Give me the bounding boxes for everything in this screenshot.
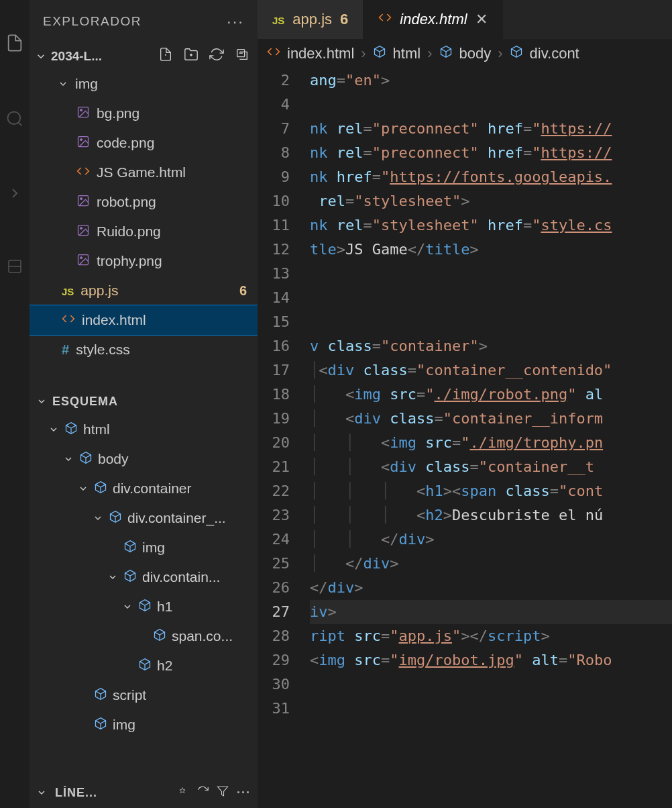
outline-item[interactable]: h2 bbox=[30, 651, 258, 680]
code-line[interactable]: <img src="img/robot.jpg" alt="Robo bbox=[310, 648, 672, 672]
refresh-icon[interactable] bbox=[209, 47, 224, 65]
outline-header[interactable]: ESQUEMA bbox=[30, 388, 258, 415]
file-item[interactable]: trophy.png bbox=[30, 246, 258, 276]
line-number[interactable]: 22 bbox=[258, 479, 310, 503]
code-line[interactable]: │ <div class="container__inform bbox=[310, 407, 672, 431]
code-line[interactable]: │ <img src="./img/robot.png" al bbox=[310, 383, 672, 407]
timeline-header[interactable]: LÍNE... ··· bbox=[30, 777, 258, 808]
outline-item[interactable]: script bbox=[30, 680, 258, 710]
line-number[interactable]: 13 bbox=[258, 262, 310, 286]
line-number[interactable]: 11 bbox=[258, 213, 310, 238]
line-number[interactable]: 24 bbox=[258, 527, 310, 552]
code-line[interactable] bbox=[310, 672, 672, 697]
code-line[interactable]: </div> bbox=[310, 576, 672, 600]
code-line[interactable] bbox=[310, 262, 672, 286]
line-number[interactable]: 25 bbox=[258, 552, 310, 576]
file-item[interactable]: JS Game.html bbox=[30, 158, 258, 187]
line-number[interactable]: 14 bbox=[258, 286, 310, 310]
line-number[interactable]: 12 bbox=[258, 238, 310, 262]
code-line[interactable]: ript src="app.js"></script> bbox=[310, 624, 672, 648]
file-item[interactable]: Ruido.png bbox=[30, 217, 258, 246]
line-number[interactable]: 30 bbox=[258, 672, 310, 697]
code-line[interactable]: nk rel="preconnect" href="https:// bbox=[310, 117, 672, 141]
file-item[interactable]: index.html bbox=[30, 305, 258, 335]
breadcrumb[interactable]: index.html›html›body›div.cont bbox=[258, 39, 672, 68]
outline-item[interactable]: img bbox=[30, 533, 258, 562]
line-number[interactable]: 21 bbox=[258, 455, 310, 479]
editor-tab[interactable]: index.html✕ bbox=[363, 0, 502, 39]
chevron-right-icon[interactable] bbox=[7, 185, 23, 205]
line-number[interactable]: 20 bbox=[258, 431, 310, 455]
outline-item[interactable]: div.contain... bbox=[30, 562, 258, 592]
code-line[interactable]: nk href="https://fonts.googleapis. bbox=[310, 165, 672, 189]
code-line[interactable]: │<div class="container__contenido" bbox=[310, 358, 672, 383]
code-line[interactable]: │ │ │ <h1><span class="cont bbox=[310, 479, 672, 503]
line-number[interactable]: 17 bbox=[258, 358, 310, 383]
code-line[interactable]: ang="en"> bbox=[310, 68, 672, 93]
breadcrumb-label[interactable]: index.html bbox=[287, 45, 354, 62]
filter-icon[interactable] bbox=[217, 785, 229, 801]
file-item[interactable]: #style.css bbox=[30, 335, 258, 364]
breadcrumb-label[interactable]: div.cont bbox=[530, 45, 579, 62]
new-folder-icon[interactable] bbox=[184, 47, 199, 65]
code-line[interactable]: tle>JS Game</title> bbox=[310, 238, 672, 262]
line-number[interactable]: 26 bbox=[258, 576, 310, 600]
line-number[interactable]: 7 bbox=[258, 117, 310, 141]
line-number[interactable]: 23 bbox=[258, 503, 310, 527]
line-number[interactable]: 15 bbox=[258, 310, 310, 334]
line-number[interactable]: 8 bbox=[258, 141, 310, 165]
file-item[interactable]: JSapp.js6 bbox=[30, 276, 258, 305]
editor-tab[interactable]: JSapp.js6 bbox=[258, 0, 363, 39]
outline-item[interactable]: html bbox=[30, 415, 258, 444]
outline-item[interactable]: body bbox=[30, 444, 258, 474]
outline-item[interactable]: span.co... bbox=[30, 621, 258, 651]
code-line[interactable]: │ </div> bbox=[310, 552, 672, 576]
code-line[interactable]: rel="stylesheet"> bbox=[310, 189, 672, 213]
breadcrumb-label[interactable]: body bbox=[459, 45, 492, 62]
outline-item[interactable]: div.container bbox=[30, 474, 258, 503]
code-line[interactable]: │ │ </div> bbox=[310, 527, 672, 552]
code-line[interactable]: nk rel="preconnect" href="https:// bbox=[310, 141, 672, 165]
line-number[interactable]: 16 bbox=[258, 334, 310, 358]
code-line[interactable]: │ │ <img src="./img/trophy.pn bbox=[310, 431, 672, 455]
outline-item[interactable]: div.container_... bbox=[30, 503, 258, 533]
line-number[interactable]: 27 bbox=[258, 600, 310, 624]
file-item[interactable]: code.png bbox=[30, 128, 258, 158]
code-line[interactable]: v class="container"> bbox=[310, 334, 672, 358]
code-line[interactable]: iv> bbox=[310, 600, 672, 624]
code-line[interactable]: │ │ <div class="container__t bbox=[310, 455, 672, 479]
line-number[interactable]: 28 bbox=[258, 624, 310, 648]
code-line[interactable] bbox=[310, 697, 672, 721]
pin-icon[interactable] bbox=[176, 785, 188, 801]
files-icon[interactable] bbox=[5, 34, 24, 56]
search-icon[interactable] bbox=[5, 109, 24, 132]
line-number[interactable]: 19 bbox=[258, 407, 310, 431]
code-editor[interactable]: 2ang="en">47nk rel="preconnect" href="ht… bbox=[258, 68, 672, 721]
outline-item[interactable]: img bbox=[30, 710, 258, 740]
code-line[interactable]: nk rel="stylesheet" href="style.cs bbox=[310, 213, 672, 238]
line-number[interactable]: 9 bbox=[258, 165, 310, 189]
line-number[interactable]: 31 bbox=[258, 697, 310, 721]
more-icon-2[interactable]: ··· bbox=[237, 786, 251, 800]
line-number[interactable]: 29 bbox=[258, 648, 310, 672]
folder-item[interactable]: img bbox=[30, 69, 258, 99]
new-file-icon[interactable] bbox=[158, 47, 173, 65]
close-icon[interactable]: ✕ bbox=[475, 11, 488, 28]
line-number[interactable]: 4 bbox=[258, 93, 310, 117]
collapse-all-icon[interactable] bbox=[235, 47, 249, 65]
outline-item[interactable]: h1 bbox=[30, 592, 258, 621]
file-item[interactable]: robot.png bbox=[30, 187, 258, 217]
code-line[interactable] bbox=[310, 310, 672, 334]
line-number[interactable]: 10 bbox=[258, 189, 310, 213]
code-line[interactable] bbox=[310, 286, 672, 310]
layout-icon[interactable] bbox=[7, 258, 23, 278]
project-header[interactable]: 2034-L... bbox=[30, 43, 258, 69]
code-line[interactable] bbox=[310, 93, 672, 117]
more-icon[interactable]: ··· bbox=[227, 12, 244, 31]
breadcrumb-label[interactable]: html bbox=[393, 45, 421, 62]
file-item[interactable]: bg.png bbox=[30, 99, 258, 128]
line-number[interactable]: 2 bbox=[258, 68, 310, 93]
refresh-icon-2[interactable] bbox=[197, 785, 209, 801]
code-line[interactable]: │ │ │ <h2>Descubriste el nú bbox=[310, 503, 672, 527]
line-number[interactable]: 18 bbox=[258, 383, 310, 407]
